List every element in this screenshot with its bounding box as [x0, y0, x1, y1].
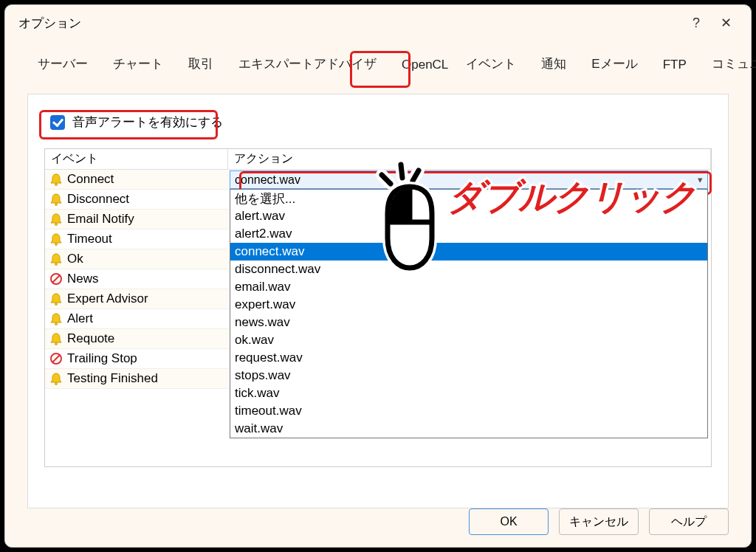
dropdown-item[interactable]: ok.wav [230, 331, 707, 349]
event-cell[interactable]: Connect [45, 170, 228, 190]
event-label: Expert Advisor [67, 291, 148, 306]
event-label: Ok [67, 252, 83, 266]
dropdown-item[interactable]: tick.wav [230, 384, 707, 402]
combobox-dropdown[interactable]: 他を選択...alert.wavalert2.wavconnect.wavdis… [230, 189, 708, 438]
event-cell[interactable]: Trailing Stop [45, 349, 228, 369]
tab-community[interactable]: コミュニティー [700, 51, 756, 77]
tab-trade[interactable]: 取引 [176, 51, 225, 77]
event-label: Connect [67, 172, 114, 187]
dropdown-item[interactable]: expert.wav [230, 296, 707, 314]
event-cell[interactable]: Disconnect [45, 190, 228, 210]
bell-icon [49, 173, 63, 186]
bell-icon [49, 252, 63, 266]
enable-sound-alerts[interactable]: 音声アラートを有効にする [44, 111, 229, 134]
help-button[interactable]: ? [681, 15, 711, 31]
help-button-bottom[interactable]: ヘルプ [649, 508, 729, 535]
header-event: イベント [45, 149, 228, 170]
action-cell-connect[interactable]: connect.wav ▾ [228, 170, 711, 190]
tab-expert-advisor[interactable]: エキスパートアドバイザ [227, 51, 388, 77]
dropdown-item[interactable]: request.wav [230, 349, 707, 367]
tab-chart[interactable]: チャート [101, 51, 175, 77]
event-cell[interactable]: Expert Advisor [45, 289, 228, 309]
event-label: Testing Finished [67, 371, 158, 386]
event-label: Disconnect [67, 192, 129, 207]
bell-icon [49, 292, 63, 306]
event-cell[interactable]: Email Notify [45, 210, 228, 230]
tab-opencl[interactable]: OpenCL [390, 53, 453, 77]
event-cell[interactable]: Requote [45, 329, 228, 349]
event-cell[interactable]: News [45, 269, 228, 289]
checkbox-icon [50, 115, 65, 130]
dropdown-item[interactable]: alert2.wav [230, 225, 707, 243]
tab-notifications[interactable]: 通知 [529, 51, 578, 77]
bell-icon [49, 312, 63, 325]
dropdown-item[interactable]: stops.wav [230, 367, 707, 384]
event-label: Trailing Stop [67, 351, 137, 366]
event-label: Alert [67, 311, 93, 326]
bell-icon [49, 232, 63, 246]
event-label: News [67, 272, 99, 286]
event-cell[interactable]: Ok [45, 249, 228, 269]
event-cell[interactable]: Timeout [45, 230, 228, 249]
disabled-icon [49, 272, 63, 286]
tab-ftp[interactable]: FTP [651, 53, 698, 77]
dropdown-item[interactable]: wait.wav [230, 420, 707, 438]
disabled-icon [49, 352, 63, 365]
tab-content: 音声アラートを有効にする イベント アクション ConnectDisconnec… [27, 94, 729, 508]
dropdown-item[interactable]: timeout.wav [230, 402, 707, 420]
dropdown-item[interactable]: news.wav [230, 314, 707, 331]
close-button[interactable]: ✕ [711, 15, 740, 31]
tab-server[interactable]: サーバー [26, 51, 100, 77]
tab-email[interactable]: Eメール [580, 51, 649, 77]
ok-button[interactable]: OK [469, 508, 549, 535]
bell-icon [49, 332, 63, 345]
event-cell[interactable]: Alert [45, 309, 228, 329]
dropdown-item[interactable]: connect.wav [230, 243, 707, 261]
event-cell[interactable]: Testing Finished [45, 369, 228, 389]
dropdown-item[interactable]: alert.wav [230, 207, 707, 225]
options-dialog: オプション ? ✕ サーバー チャート 取引 エキスパートアドバイザ OpenC… [4, 4, 752, 548]
tabs: サーバー チャート 取引 エキスパートアドバイザ OpenCL イベント 通知 … [5, 38, 751, 77]
event-label: Email Notify [67, 212, 134, 227]
events-table: イベント アクション ConnectDisconnectEmail Notify… [44, 148, 712, 467]
checkbox-label: 音声アラートを有効にする [72, 114, 223, 131]
dialog-buttons: OK キャンセル ヘルプ [469, 508, 729, 535]
dropdown-item[interactable]: email.wav [230, 278, 707, 296]
header-action: アクション [228, 149, 711, 170]
table-header: イベント アクション [45, 149, 711, 170]
bell-icon [49, 193, 63, 206]
combobox-value: connect.wav [235, 173, 300, 187]
tab-events[interactable]: イベント [454, 51, 528, 77]
event-label: Requote [67, 331, 114, 346]
cancel-button[interactable]: キャンセル [559, 508, 639, 535]
bell-icon [49, 213, 63, 226]
action-combobox[interactable]: connect.wav ▾ [230, 170, 708, 189]
dropdown-item[interactable]: disconnect.wav [230, 261, 707, 278]
window-title: オプション [18, 15, 681, 32]
chevron-down-icon: ▾ [698, 174, 703, 185]
dropdown-item[interactable]: 他を選択... [230, 190, 707, 207]
bell-icon [49, 372, 63, 385]
event-label: Timeout [67, 232, 112, 246]
titlebar: オプション ? ✕ [5, 5, 751, 38]
